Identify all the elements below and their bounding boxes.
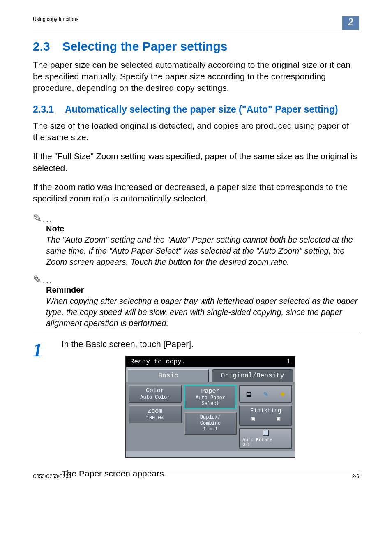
copy-count: 1: [286, 358, 291, 365]
paper-label: Paper: [186, 388, 235, 395]
paper-value: Auto Paper Select: [186, 395, 235, 407]
duplex-label: Duplex/ Combine: [186, 414, 235, 426]
note-heading: Note: [46, 224, 359, 234]
finishing-button[interactable]: Finishing ▣ ▣: [239, 405, 292, 426]
reminder-heading: Reminder: [46, 285, 359, 295]
color-button[interactable]: Color Auto Color: [129, 385, 182, 403]
step-divider: [33, 335, 359, 335]
copier-screenshot: Ready to copy. 1 Basic Original/Density …: [125, 356, 295, 458]
staple-icon: ✎: [263, 389, 268, 398]
subsection-title: 2.3.1 Automatically selecting the paper …: [33, 104, 359, 115]
section-title-text: Selecting the Paper settings: [62, 39, 228, 53]
zoom-label: Zoom: [130, 408, 180, 415]
footer-model: C353/C253/C203: [33, 474, 71, 479]
color-value: Auto Color: [130, 395, 180, 400]
punch-icon: ◆: [281, 389, 285, 398]
rotate-label: Auto Rotate OFF: [240, 438, 291, 447]
paper-button[interactable]: Paper Auto Paper Select: [184, 385, 237, 410]
footer-page: 2-6: [352, 474, 359, 479]
subsection-paragraph-1: The size of the loaded original is detec…: [33, 120, 359, 143]
section-intro: The paper size can be selected automatic…: [33, 59, 359, 94]
subsection-paragraph-3: If the zoom ratio was increased or decre…: [33, 181, 359, 205]
stack-icon: ▤: [247, 389, 251, 398]
tab-original-density[interactable]: Original/Density: [212, 369, 293, 382]
header-breadcrumb: Using copy functions: [33, 16, 78, 22]
section-title: 2.3Selecting the Paper settings: [33, 39, 359, 53]
finishing-label: Finishing: [250, 407, 281, 414]
step-number: 1: [33, 339, 62, 360]
step-instruction: In the Basic screen, touch [Paper].: [62, 339, 359, 349]
zoom-button[interactable]: Zoom 100.0%: [129, 405, 182, 423]
reminder-body: When copying after selecting a paper tra…: [46, 296, 359, 329]
color-label: Color: [130, 387, 180, 395]
reminder-icon: ✎…: [33, 273, 359, 286]
rotate-icon: [263, 430, 269, 436]
status-text: Ready to copy.: [130, 358, 185, 365]
finishing-icon-1: ▣: [251, 415, 254, 422]
tab-basic[interactable]: Basic: [128, 369, 209, 382]
subsection-number: 2.3.1: [33, 104, 65, 115]
screenshot-footer-bar: [126, 451, 295, 457]
finishing-icon-2: ▣: [277, 415, 280, 422]
auto-rotate-button[interactable]: Auto Rotate OFF: [239, 428, 292, 449]
duplex-button[interactable]: Duplex/ Combine 1 ➔ 1: [184, 412, 237, 435]
section-number: 2.3: [33, 39, 50, 53]
output-icons: ▤ ✎ ◆: [239, 385, 292, 403]
note-body: The "Auto Zoom" setting and the "Auto" P…: [46, 234, 359, 268]
note-icon: ✎…: [33, 212, 359, 225]
subsection-title-text: Automatically selecting the paper size (…: [65, 104, 359, 115]
subsection-paragraph-2: If the "Full Size" Zoom setting was spec…: [33, 150, 359, 174]
duplex-value: 1 ➔ 1: [186, 426, 235, 432]
zoom-value: 100.0%: [130, 415, 180, 421]
chapter-badge: 2: [342, 16, 359, 30]
